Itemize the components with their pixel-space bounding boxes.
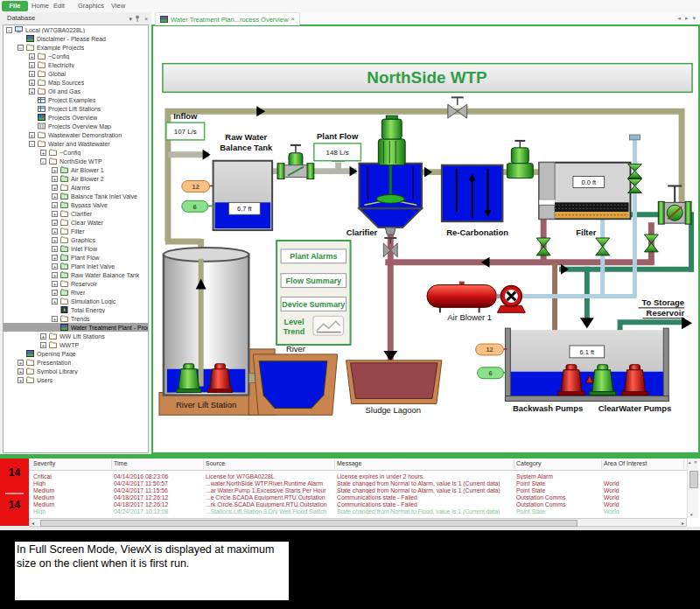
expand-icon[interactable]: + — [29, 62, 35, 68]
tree-item[interactable]: +Presentation — [4, 358, 148, 367]
close-panel-icon[interactable]: ✕ — [694, 459, 697, 465]
collapse-icon[interactable]: − — [40, 158, 46, 164]
expand-icon[interactable]: + — [52, 263, 58, 270]
alarm-row[interactable]: High04/24/2017 10:12:08...Stations.Lift … — [29, 508, 687, 515]
alarm-list-header[interactable]: Severity Time Source Message Category Ar… — [29, 458, 687, 471]
expand-icon[interactable]: + — [52, 228, 58, 234]
expand-icon[interactable]: + — [29, 71, 35, 77]
alarm-row[interactable]: Medium04/24/2017 11:15:56...ar Water.Pum… — [29, 487, 687, 494]
tree-item[interactable]: +Air Blower 1 — [4, 165, 148, 174]
tree-item[interactable]: +Inlet Flow — [4, 244, 148, 253]
expand-icon[interactable]: + — [52, 220, 58, 226]
col-severity[interactable]: Severity — [33, 460, 55, 466]
tree-item[interactable]: +Electricity — [4, 60, 148, 69]
tree-item[interactable]: +Graphics — [4, 235, 148, 244]
expand-icon[interactable]: + — [40, 342, 46, 348]
expand-icon[interactable]: + — [18, 368, 24, 374]
alarm-hscrollbar[interactable]: ◂ ▸ — [29, 518, 687, 527]
tree-item[interactable]: +WW Lift Stations — [4, 332, 148, 340]
expand-icon[interactable]: + — [52, 167, 58, 173]
tree-item[interactable]: Disclaimer - Please Read — [4, 34, 148, 43]
menu-file[interactable]: File — [2, 1, 28, 11]
expand-icon[interactable]: + — [52, 202, 58, 208]
alarm-vscrollbar[interactable]: ▴ ✕ ▾ — [687, 458, 698, 518]
tree-item[interactable]: +Global — [4, 69, 148, 78]
tree-item[interactable]: +Wastewater Demonstration — [4, 130, 148, 139]
expand-icon[interactable]: + — [52, 176, 58, 182]
tree-item[interactable]: +Plant Flow — [4, 253, 148, 262]
expand-icon[interactable]: + — [29, 80, 35, 86]
tab-close-icon[interactable]: × — [290, 16, 295, 23]
tree-item[interactable]: +Simulation Logic — [4, 297, 148, 305]
tree-item[interactable]: +Bypass Valve — [4, 200, 148, 209]
tree-item[interactable]: +Oil and Gas — [4, 87, 148, 95]
col-area[interactable]: Area Of Interest — [604, 460, 647, 466]
tree-item[interactable]: Water Treatment Plant - Process Overview — [4, 323, 148, 332]
expand-icon[interactable]: + — [29, 88, 35, 94]
tree-item[interactable]: +Plant Inlet Valve — [4, 262, 148, 270]
panel-close-icon[interactable]: × — [144, 15, 148, 23]
expand-icon[interactable]: + — [52, 255, 58, 261]
expand-icon[interactable]: + — [52, 246, 58, 252]
tree-item[interactable]: −NorthSide WTP — [4, 157, 148, 165]
alarm-row[interactable]: Medium04/18/2017 12:26:12...rk Circle.SC… — [29, 501, 687, 508]
alarm-row[interactable]: Critical04/14/2016 08:23:06License for W… — [29, 473, 687, 480]
expand-icon[interactable]: + — [52, 211, 58, 217]
tree-item[interactable]: Opening Page — [4, 349, 148, 358]
tree-item[interactable]: +Users — [4, 375, 148, 384]
expand-icon[interactable]: + — [52, 298, 58, 304]
scroll-left-icon[interactable]: ◂ — [32, 520, 34, 526]
col-message[interactable]: Message — [337, 460, 361, 466]
collapse-icon[interactable]: − — [29, 141, 35, 147]
expand-icon[interactable]: + — [52, 237, 58, 243]
menu-home[interactable]: Home — [32, 0, 49, 12]
expand-icon[interactable]: + — [29, 132, 35, 138]
tree-item[interactable]: +Balance Tank Inlet Valve — [4, 192, 148, 200]
tree-item[interactable]: −Example Projects — [4, 43, 148, 52]
menu-graphics[interactable]: Graphics — [78, 0, 104, 12]
panel-dropdown-icon[interactable]: ▾ — [129, 15, 132, 23]
vscroll-thumb[interactable] — [690, 471, 698, 488]
col-time[interactable]: Time — [114, 460, 127, 466]
tree-item[interactable]: +Trends — [4, 314, 148, 323]
tree-item[interactable]: Projects Overview Map — [4, 122, 148, 130]
collapse-panel-icon[interactable]: ▴ — [689, 459, 691, 465]
balance-tank-inlet-valve[interactable] — [277, 145, 314, 179]
bypass-valve[interactable] — [658, 186, 691, 224]
menu-view[interactable]: View — [111, 0, 125, 12]
expand-icon[interactable]: + — [40, 333, 46, 340]
collapse-icon[interactable]: − — [6, 27, 12, 33]
scroll-down-icon[interactable]: ▾ — [690, 512, 693, 517]
expand-icon[interactable]: + — [52, 316, 58, 322]
tree-item[interactable]: +~Config — [4, 148, 148, 157]
tree-item[interactable]: +Symbol Library — [4, 367, 148, 375]
tree-item[interactable]: +River — [4, 288, 148, 297]
tree-item[interactable]: Project Examples — [4, 95, 148, 104]
expand-icon[interactable]: + — [52, 185, 58, 191]
tab-water-treatment-overview[interactable]: Water Treatment Plan...rocess Overview × — [155, 12, 300, 25]
col-category[interactable]: Category — [516, 460, 541, 466]
clarifier-mixer-motor[interactable] — [378, 116, 405, 165]
plant-alarms-button[interactable]: Plant Alarms — [281, 249, 346, 263]
expand-icon[interactable]: + — [18, 377, 24, 383]
alarm-count-badge[interactable]: 14 14 — [0, 458, 29, 526]
plant-inlet-valve[interactable] — [507, 141, 533, 178]
tree-item[interactable]: +Air Blower 2 — [4, 174, 148, 183]
tab-scroll-right-icon[interactable]: ▸ — [685, 15, 689, 22]
raw-tank-tags[interactable]: 12 6 — [182, 181, 214, 213]
tree-item[interactable]: +WWTP — [4, 340, 148, 349]
tree-item[interactable]: Project Lift Stations — [4, 104, 148, 113]
expand-icon[interactable]: + — [52, 281, 58, 287]
flow-summary-button[interactable]: Flow Summary — [281, 274, 346, 288]
level-trend-button[interactable]: Level Trend — [284, 316, 344, 336]
alarm-row[interactable]: Medium04/18/2017 12:26:12...e Circle.SCA… — [29, 494, 687, 501]
tree-item[interactable]: +Clarifier — [4, 209, 148, 218]
tree-item[interactable]: +Filter — [4, 227, 148, 235]
expand-icon[interactable]: + — [52, 272, 58, 278]
menu-edit[interactable]: Edit — [53, 0, 65, 12]
alarm-row[interactable]: High04/24/2017 11:50:57...water.NorthSid… — [29, 480, 687, 487]
scroll-right-icon[interactable]: ▸ — [682, 520, 684, 526]
tree-item[interactable]: +Map Sources — [4, 78, 148, 87]
tree-item[interactable]: +Raw Water Balance Tank — [4, 270, 148, 279]
hscroll-thumb[interactable] — [40, 520, 578, 527]
